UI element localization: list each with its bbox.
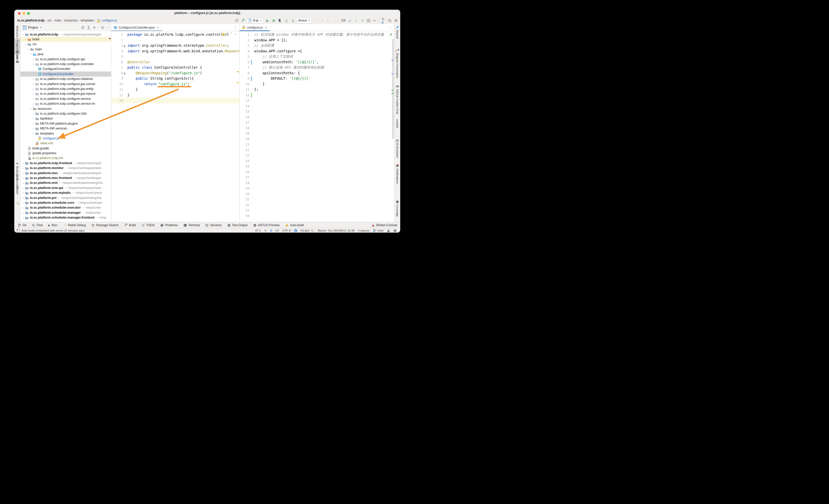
chevron-collapsed-icon[interactable]: › xyxy=(32,117,35,120)
tree-row[interactable]: ›src xyxy=(21,42,111,47)
tree-row[interactable]: ›io.sc.platform.lcdp.configure.api xyxy=(21,57,111,62)
gutter-fold-arrow-icon[interactable] xyxy=(124,45,126,47)
tree-row[interactable]: ›io.sc.platform.orm- ~/wspsc/workspace/w… xyxy=(21,181,111,185)
tree-row[interactable]: ›META-INF.platform.plugins xyxy=(21,121,111,126)
tool-windows-toggle-icon[interactable] xyxy=(16,229,20,232)
chevron-collapsed-icon[interactable]: › xyxy=(22,186,25,189)
chevron-collapsed-icon[interactable]: › xyxy=(22,216,25,219)
chevron-collapsed-icon[interactable]: › xyxy=(22,161,25,165)
search-icon[interactable] xyxy=(388,19,392,23)
rollback-icon[interactable]: ↩ xyxy=(372,19,377,23)
debug-button[interactable] xyxy=(272,19,276,23)
tree-row[interactable]: ›io.sc.platform.poi- ~/wspsc/workspace/w… xyxy=(21,195,111,200)
sidebar-item-diagram-generation[interactable]: Diagram Generation xyxy=(394,48,400,78)
tree-row[interactable]: ›io.sc.platform.scheduler.core- ~/wspsc/… xyxy=(21,200,111,205)
status-text-widget[interactable]: LF xyxy=(276,229,279,232)
chevron-collapsed-icon[interactable]: › xyxy=(24,38,27,41)
chevron-expanded-icon[interactable]: › xyxy=(29,107,32,110)
tree-row[interactable]: ›build xyxy=(21,37,111,42)
chevron-down-icon[interactable]: ⌄ xyxy=(234,32,236,35)
left-code-area[interactable]: 1package io.sc.platform.lcdp.configure.c… xyxy=(111,31,240,222)
git-branch-dot-widget[interactable]: main xyxy=(373,229,384,232)
tool-window-button-antlr-preview[interactable]: AANTLR Preview xyxy=(250,222,282,228)
google-g-widget[interactable]: G xyxy=(270,229,272,232)
tree-row[interactable]: ›main xyxy=(21,47,111,51)
chevron-collapsed-icon[interactable]: › xyxy=(22,196,25,200)
project-view-title[interactable]: Project xyxy=(28,26,38,29)
git-push-button[interactable]: ↗ xyxy=(360,19,364,23)
gear-icon[interactable] xyxy=(394,19,398,23)
chevron-expanded-icon[interactable]: › xyxy=(27,47,30,51)
history-icon[interactable] xyxy=(366,19,371,23)
sidebar-item-coverage[interactable]: Coverage xyxy=(394,200,400,217)
jrebel-run-button[interactable] xyxy=(284,19,288,23)
chevron-collapsed-icon[interactable]: › xyxy=(32,92,35,95)
unlock-widget[interactable] xyxy=(387,229,390,232)
chevron-expanded-icon[interactable]: › xyxy=(24,43,27,46)
error-circle-widget[interactable] xyxy=(393,229,397,232)
locate-icon[interactable] xyxy=(81,26,85,29)
tab-configure-js[interactable]: JS configure.js ✕ xyxy=(240,24,270,31)
chevron-collapsed-icon[interactable]: › xyxy=(22,206,25,209)
tree-row[interactable]: ›io.sc.platform.scheduler.executor- ~/ws… xyxy=(21,205,111,210)
no-highlight-widget[interactable]: ⊘ xyxy=(264,229,267,232)
status-text-widget[interactable]: UTF-8 xyxy=(282,229,291,232)
chevron-up-icon[interactable]: ⌃ xyxy=(230,32,232,35)
jrebel-debug-button[interactable] xyxy=(290,19,294,23)
status-text-widget[interactable]: Blame: You 2024/8/15 16:38 xyxy=(318,229,355,232)
breadcrumb-item[interactable]: src xyxy=(47,19,51,22)
breadcrumb-item[interactable]: main xyxy=(55,19,61,22)
tab-options-icon[interactable]: ⋮ xyxy=(389,24,394,31)
sidebar-item-github-copilot-chat[interactable]: GitHub Copilot Chat xyxy=(394,85,400,114)
tool-window-button-run[interactable]: ▶Run xyxy=(45,222,60,228)
forward-icon[interactable]: → xyxy=(332,19,336,23)
tree-row[interactable]: CConfigureController xyxy=(21,67,111,71)
status-text-widget[interactable]: 37:1 xyxy=(255,229,261,232)
tree-row[interactable]: ›io.sc.platform.lcdp.configure.jpa.repos… xyxy=(21,92,111,96)
tool-window-button-problems[interactable]: Problems xyxy=(157,222,181,228)
gutter-fold-arrow-icon[interactable] xyxy=(124,72,126,75)
tree-row[interactable]: ›templates xyxy=(21,131,111,136)
tool-window-button-package-search[interactable]: Package Search xyxy=(88,222,121,228)
tree-row[interactable]: ›java xyxy=(21,52,111,57)
expand-all-icon[interactable] xyxy=(87,26,91,29)
sidebar-item-ai-assistant[interactable]: @AI Assistant xyxy=(394,139,400,157)
breadcrumb-item[interactable]: resources xyxy=(64,19,78,22)
tool-window-button-build[interactable]: Build xyxy=(121,222,139,228)
inspection-widget[interactable]: 2 ⌃ ⌄ xyxy=(222,32,236,35)
tree-row[interactable]: ›io.sc.platform.lcdp.configure.service xyxy=(21,96,111,101)
sidebar-item-search[interactable]: Search xyxy=(394,26,400,39)
sidebar-item-zoolytic[interactable]: zoolytic xyxy=(394,119,400,129)
chevron-expanded-icon[interactable]: › xyxy=(32,132,35,135)
chevron-collapsed-icon[interactable]: › xyxy=(32,82,35,85)
inspections-ok-icon[interactable]: ✔ xyxy=(390,32,393,37)
right-code-area[interactable]: 1// 在浏览器 window 对象中新建名为 APP 的容器变量，用于存放平台… xyxy=(240,31,394,222)
tree-row[interactable]: ›io.sc.platform.mvc.frontend- ~/wspsc/wo… xyxy=(21,175,111,180)
tree-row[interactable]: CConfigureJsController xyxy=(21,71,111,76)
run-button[interactable]: ▶ xyxy=(265,19,270,23)
tool-window-button-find[interactable]: Find xyxy=(29,222,45,228)
chevron-collapsed-icon[interactable]: › xyxy=(32,122,35,125)
tab-configurejscontroller-java[interactable]: C ConfigureJsController.java ✕ xyxy=(111,24,162,31)
tree-row[interactable]: ›io.sc.platform.lcdp.configure.service.i… xyxy=(21,101,111,106)
tree-row[interactable]: ›resources xyxy=(21,106,111,111)
tree-row[interactable]: gradle.properties xyxy=(21,151,111,155)
git-commit-button[interactable]: ✓ xyxy=(354,19,358,23)
chevron-collapsed-icon[interactable]: › xyxy=(22,211,25,214)
translate-icon[interactable]: 文A xyxy=(382,19,386,23)
status-text-widget[interactable]: 60 Δ/0↑ 1↓ xyxy=(301,229,315,232)
chevron-collapsed-icon[interactable]: › xyxy=(32,87,35,91)
breadcrumb-item[interactable]: io.sc.platform.lcdp xyxy=(17,19,45,22)
tree-row[interactable]: ›io.sc.platform.lcdp.configure.i18n xyxy=(21,111,111,116)
tree-row[interactable]: ›io.sc.platform.lcdp.configure.initializ… xyxy=(21,77,111,81)
chevron-collapsed-icon[interactable]: › xyxy=(22,167,25,170)
tree-row[interactable]: ›io.sc.platform.lcdp.configure.jpa.entit… xyxy=(21,86,111,91)
run-config-combo[interactable]: 平台▼ xyxy=(247,18,264,23)
chevron-collapsed-icon[interactable]: › xyxy=(32,97,35,100)
tool-window-button-terminal[interactable]: Terminal xyxy=(181,222,203,228)
tree-row[interactable]: ›io.sc.platform.orm.mybatis- ~/wspsc/wor… xyxy=(21,190,111,195)
sidebar-item-commit[interactable]: Commit xyxy=(14,49,20,63)
chevron-expanded-icon[interactable]: › xyxy=(32,63,35,66)
tree-row[interactable]: ›io.sc.platform.lcdp.frontend- ~/wspsc/w… xyxy=(21,160,111,166)
chevron-expanded-icon[interactable]: › xyxy=(22,33,25,36)
